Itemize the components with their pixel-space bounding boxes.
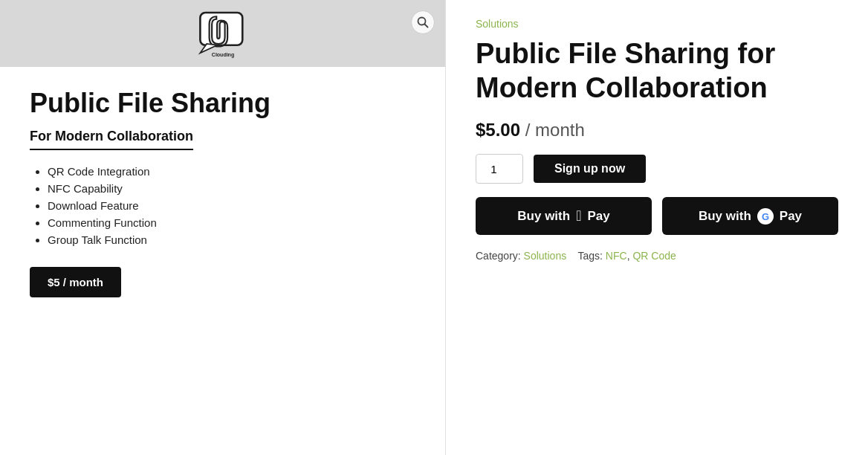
price-value: $5.00 [476,120,520,140]
apple-pay-label: Buy with [517,209,570,224]
logo-container: Clouding [193,7,253,59]
svg-text:Clouding: Clouding [211,52,233,58]
svg-text:G: G [762,211,769,222]
left-panel: Clouding Public File Sharing For Modern … [0,0,446,455]
product-image-area: Clouding [0,0,445,67]
product-logo: Clouding [193,7,253,59]
price-period: / month [525,120,585,140]
subtitle-divider [30,149,193,150]
quantity-signup-row: Sign up now [476,154,838,184]
price-button[interactable]: $5 / month [30,267,121,297]
quantity-input[interactable] [476,154,523,184]
svg-rect-0 [200,13,242,45]
features-list: QR Code IntegrationNFC CapabilityDownloa… [30,165,415,246]
feature-item: Download Feature [48,199,415,212]
meta-row: Category: Solutions Tags: NFC, QR Code [476,250,838,262]
price-row: $5.00 / month [476,120,838,141]
search-button[interactable] [411,10,435,34]
apple-pay-suffix: Pay [587,209,609,224]
feature-item: QR Code Integration [48,165,415,178]
google-g-icon: G [757,208,774,225]
google-pay-button[interactable]: Buy with G Pay [662,197,838,235]
tag-nfc-link[interactable]: NFC [606,250,627,262]
right-panel: Solutions Public File Sharing for Modern… [446,0,868,455]
apple-icon:  [576,207,581,225]
category-label[interactable]: Solutions [476,18,838,30]
category-link[interactable]: Solutions [524,250,567,262]
search-icon [417,16,429,28]
google-pay-label: Buy with [699,209,751,224]
svg-line-4 [425,25,428,28]
tags-meta-label: Tags: [578,250,603,262]
product-main-title: Public File Sharing for Modern Collabora… [476,37,838,105]
product-content: Public File Sharing For Modern Collabora… [0,67,445,318]
signup-button[interactable]: Sign up now [534,155,646,183]
feature-item: Group Talk Function [48,233,415,246]
apple-pay-button[interactable]: Buy with  Pay [476,197,652,235]
feature-item: Commenting Function [48,216,415,229]
google-pay-suffix: Pay [780,209,802,224]
left-product-subtitle: For Modern Collaboration [30,129,415,144]
left-product-title: Public File Sharing [30,88,415,118]
payment-buttons: Buy with  Pay Buy with G Pay [476,197,838,235]
tag-qrcode-link[interactable]: QR Code [632,250,676,262]
feature-item: NFC Capability [48,182,415,195]
category-meta-label: Category: [476,250,521,262]
